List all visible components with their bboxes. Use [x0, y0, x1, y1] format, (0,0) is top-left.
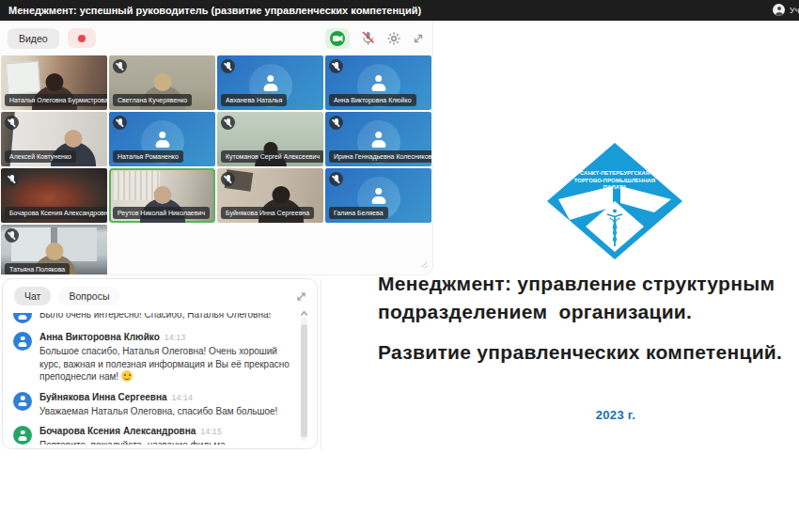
participant-name: Бочарова Ксения Александровна: [5, 207, 107, 219]
video-panel: Видео Наталья Олеговна БурмистроваСветла…: [0, 21, 433, 275]
person-icon: [262, 75, 279, 91]
chat-message: Анна Викторовна Клюйко14:13Большое спаси…: [13, 332, 294, 383]
message-header: Бочарова Ксения Александровна14:15: [39, 426, 226, 436]
video-tile[interactable]: Татьяна Полякова: [1, 225, 107, 274]
person-icon: [370, 132, 387, 148]
video-tab-button[interactable]: Видео: [8, 28, 59, 49]
mic-muted-button[interactable]: [360, 30, 376, 46]
chat-scrollbar-thumb[interactable]: [301, 324, 307, 437]
message-author: Буйнякова Инна Сергеевна: [39, 392, 167, 402]
message-body: Буйнякова Инна Сергеевна14:14Уважаемая Н…: [39, 392, 277, 418]
chamber-of-commerce-logo: САНКТ-ПЕТЕРБУРГСКАЯ ТОРГОВО-ПРОМЫШЛЕННАЯ…: [545, 141, 684, 261]
mic-muted-icon: [221, 172, 235, 186]
video-tile[interactable]: Реутов Николай Николаевич: [109, 168, 215, 223]
record-dot-icon: [78, 35, 86, 42]
message-body: Было очень интересно! Спасибо, Наталья О…: [39, 313, 271, 323]
chat-avatar: [13, 332, 32, 351]
chat-message: Было очень интересно! Спасибо, Наталья О…: [13, 313, 294, 323]
person-icon: [18, 313, 28, 320]
video-grid: Наталья Олеговна БурмистроваСветлана Куч…: [1, 55, 431, 274]
person-icon: [370, 75, 387, 91]
slide-year: 2023 г.: [550, 408, 682, 422]
message-text: Большое спасибо, Наталья Олеговна! Очень…: [39, 345, 294, 383]
webinar-app: Менеджмент: успешный руководитель (разви…: [0, 0, 799, 532]
mic-muted-icon: [329, 172, 343, 186]
person-icon: [370, 188, 387, 204]
top-bar: Менеджмент: успешный руководитель (разви…: [0, 0, 799, 21]
mic-muted-icon: [221, 116, 235, 130]
participant-name: Алексей Ковтуненко: [5, 150, 76, 163]
mic-muted-icon: [5, 116, 19, 130]
message-time: 14:14: [172, 393, 194, 402]
slide-title: Менеджмент: управление структурным подра…: [378, 270, 799, 378]
mic-muted-icon: [221, 59, 235, 73]
message-author: Анна Викторовна Клюйко: [39, 332, 160, 342]
person-icon: [18, 430, 28, 441]
participant-name: Кутоманов Сергей Алексеевич: [221, 150, 323, 163]
video-tile[interactable]: Анна Викторовна Клюйко: [325, 55, 431, 110]
person-icon: [18, 336, 28, 347]
participant-name: Наталья Романенко: [113, 150, 183, 163]
mic-muted-icon: [113, 116, 127, 130]
webinar-title: Менеджмент: успешный руководитель (разви…: [8, 5, 421, 16]
settings-button[interactable]: [386, 31, 401, 46]
message-body: Бочарова Ксения Александровна14:15Повтор…: [39, 426, 226, 445]
person-icon: [18, 396, 28, 406]
message-author: Бочарова Ксения Александровна: [39, 426, 196, 436]
chat-avatar: [13, 426, 32, 445]
chat-scrollbar[interactable]: [301, 317, 307, 441]
expand-chat-button[interactable]: [295, 290, 307, 303]
mic-muted-icon: [329, 59, 343, 73]
message-text: Повторите, пожалуйста, название фильма: [39, 439, 226, 445]
message-text: Уважаемая Наталья Олеговна, спасибо Вам …: [39, 405, 277, 418]
participant-name: Буйнякова Инна Сергеевна: [221, 207, 314, 219]
expand-video-button[interactable]: [412, 32, 425, 45]
video-tile[interactable]: Бочарова Ксения Александровна: [1, 168, 107, 223]
video-tile[interactable]: Ирина Геннадьевна Колесникова: [325, 112, 431, 166]
chat-avatar: [13, 313, 32, 323]
gear-icon: [386, 31, 401, 46]
participant-name: Галина Беляева: [329, 207, 388, 219]
video-panel-controls: [325, 28, 425, 49]
camera-icon: [325, 28, 350, 49]
video-tile[interactable]: Кутоманов Сергей Алексеевич: [217, 112, 323, 166]
resize-icon: [420, 260, 429, 269]
smiley-emoji: [121, 370, 133, 382]
message-body: Анна Викторовна Клюйко14:13Большое спаси…: [39, 332, 294, 383]
message-header: Буйнякова Инна Сергеевна14:14: [39, 392, 277, 402]
chat-panel: Чат Вопросы Было очень интересно! Спасиб…: [2, 278, 318, 449]
video-tile[interactable]: Галина Беляева: [325, 168, 431, 223]
video-tile[interactable]: Наталья Романенко: [109, 112, 215, 166]
mic-muted-icon: [5, 228, 19, 243]
video-panel-header: Видео: [0, 21, 432, 48]
video-tile[interactable]: Авханева Наталья: [217, 55, 323, 110]
recording-indicator[interactable]: [68, 28, 96, 48]
message-text: Было очень интересно! Спасибо, Наталья О…: [39, 313, 271, 321]
expand-icon: [412, 32, 425, 45]
video-tile[interactable]: Буйнякова Инна Сергеевна: [217, 168, 323, 223]
mic-muted-icon: [113, 59, 127, 73]
video-tile[interactable]: Наталья Олеговна Бурмистрова: [1, 55, 107, 110]
video-tile[interactable]: Светлана Кучерявенко: [109, 55, 215, 110]
participant-name: Анна Викторовна Клюйко: [329, 94, 416, 106]
chat-message: Бочарова Ксения Александровна14:15Повтор…: [13, 426, 294, 445]
logo-line-2: ТОРГОВО-ПРОМЫШЛЕННАЯ: [574, 178, 655, 183]
video-tile[interactable]: Алексей Ковтуненко: [1, 112, 107, 166]
chat-avatar: [13, 392, 32, 411]
message-time: 14:15: [200, 427, 222, 436]
chat-message-list[interactable]: Было очень интересно! Спасибо, Наталья О…: [3, 313, 294, 445]
expand-icon: [295, 290, 307, 303]
tab-questions[interactable]: Вопросы: [58, 287, 119, 305]
tab-chat[interactable]: Чат: [14, 287, 51, 305]
camera-on-button[interactable]: [325, 28, 350, 49]
participants-button[interactable]: Участники: [790, 6, 799, 15]
participant-name: Светлана Кучерявенко: [113, 94, 192, 106]
chevron-up-icon: [300, 310, 308, 317]
mic-muted-icon: [360, 30, 376, 46]
slide-title-line: Менеджмент: управление структурным подра…: [378, 270, 799, 326]
logo-line-1: САНКТ-ПЕТЕРБУРГСКАЯ: [580, 170, 650, 176]
chat-message: Буйнякова Инна Сергеевна14:14Уважаемая Н…: [13, 392, 294, 418]
panel-divider: [321, 279, 321, 449]
participant-name: Реутов Николай Николаевич: [113, 207, 210, 219]
user-avatar-icon[interactable]: [773, 4, 785, 16]
